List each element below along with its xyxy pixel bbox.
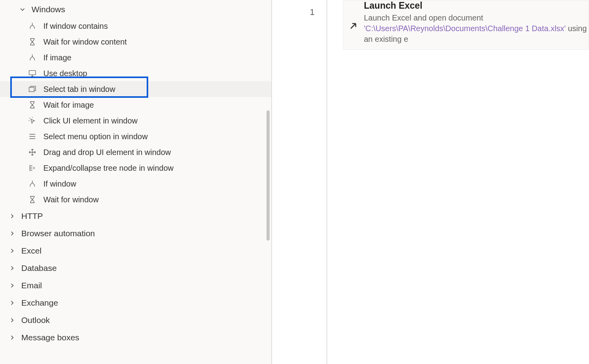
chevron-down-icon	[20, 7, 25, 12]
branch-icon	[28, 179, 37, 189]
category-message-boxes[interactable]: Message boxes	[0, 329, 271, 346]
category-database[interactable]: Database	[0, 259, 271, 277]
action-select-tab-in-window[interactable]: Select tab in window	[0, 81, 271, 97]
category-exchange[interactable]: Exchange	[0, 294, 271, 312]
category-browser-automation[interactable]: Browser automation	[0, 225, 271, 242]
category-email[interactable]: Email	[0, 277, 271, 294]
category-label: Windows	[32, 5, 65, 14]
tree-icon	[28, 163, 37, 173]
category-outlook[interactable]: Outlook	[0, 312, 271, 329]
chevron-right-icon	[9, 213, 15, 219]
launch-icon	[347, 0, 359, 45]
category-label: Email	[21, 281, 42, 290]
action-label: Select menu option in window	[43, 132, 148, 141]
svg-rect-0	[29, 71, 36, 75]
chevron-right-icon	[9, 283, 15, 288]
scrollbar-thumb[interactable]	[267, 110, 270, 241]
flow-designer: 1 Launch Excel Launch Excel and open doc…	[272, 0, 589, 364]
action-if-image[interactable]: If image	[0, 50, 271, 65]
category-label: Browser automation	[21, 229, 95, 238]
action-label: If image	[43, 53, 71, 62]
svg-rect-1	[29, 87, 34, 91]
chevron-right-icon	[9, 300, 15, 306]
action-wait-window-content[interactable]: Wait for window content	[0, 34, 271, 50]
action-use-desktop[interactable]: Use desktop	[0, 65, 271, 81]
hourglass-icon	[28, 37, 37, 47]
category-label: HTTP	[21, 211, 43, 221]
action-if-window[interactable]: If window	[0, 176, 271, 192]
action-wait-for-image[interactable]: Wait for image	[0, 97, 271, 113]
branch-icon	[28, 21, 37, 31]
chevron-right-icon	[9, 248, 15, 254]
step-title: Launch Excel	[364, 0, 589, 11]
action-label: If window contains	[43, 22, 108, 31]
desc-text: Launch Excel and open document	[364, 13, 483, 22]
action-label: If window	[43, 179, 76, 189]
category-excel[interactable]: Excel	[0, 242, 271, 259]
line-number: 1	[272, 7, 326, 17]
branch-icon	[28, 53, 37, 62]
chevron-right-icon	[9, 335, 15, 340]
category-label: Outlook	[21, 315, 50, 325]
click-icon	[28, 116, 37, 125]
action-label: Wait for window content	[43, 37, 127, 47]
action-label: Use desktop	[43, 69, 87, 78]
menu-icon	[28, 132, 37, 141]
chevron-right-icon	[9, 317, 15, 323]
actions-tree: Windows If window contains Wait for wind…	[0, 0, 271, 346]
tabs-icon	[28, 84, 37, 94]
action-wait-for-window[interactable]: Wait for window	[0, 192, 271, 207]
hourglass-icon	[28, 195, 37, 204]
action-label: Click UI element in window	[43, 116, 138, 125]
action-if-window-contains[interactable]: If window contains	[0, 18, 271, 34]
chevron-right-icon	[9, 265, 15, 271]
category-label: Exchange	[21, 298, 58, 308]
action-label: Select tab in window	[43, 85, 115, 94]
desktop-icon	[28, 69, 37, 78]
category-label: Message boxes	[21, 333, 79, 342]
flow-canvas[interactable]: Launch Excel Launch Excel and open docum…	[327, 0, 589, 364]
category-label: Excel	[21, 246, 41, 256]
action-label: Wait for window	[43, 195, 99, 204]
action-label: Expand/collapse tree node in window	[43, 164, 173, 173]
action-expand-collapse-tree[interactable]: Expand/collapse tree node in window	[0, 160, 271, 176]
action-drag-drop[interactable]: Drag and drop UI element in window	[0, 144, 271, 160]
action-select-menu-option[interactable]: Select menu option in window	[0, 129, 271, 144]
hourglass-icon	[28, 100, 37, 110]
flow-step-launch-excel[interactable]: Launch Excel Launch Excel and open docum…	[343, 0, 589, 50]
action-click-ui-element[interactable]: Click UI element in window	[0, 113, 271, 129]
action-label: Wait for image	[43, 101, 94, 110]
category-label: Database	[21, 263, 57, 273]
chevron-right-icon	[9, 231, 15, 236]
category-windows[interactable]: Windows	[0, 1, 271, 18]
step-body: Launch Excel Launch Excel and open docum…	[359, 0, 589, 45]
step-description: Launch Excel and open document 'C:\Users…	[364, 13, 589, 45]
action-label: Drag and drop UI element in window	[43, 148, 171, 157]
file-path-link[interactable]: 'C:\Users\PA\Reynolds\Documents\Challeng…	[364, 24, 566, 33]
drag-icon	[28, 147, 37, 157]
line-gutter: 1	[272, 0, 327, 364]
actions-panel: Windows If window contains Wait for wind…	[0, 0, 272, 364]
category-http[interactable]: HTTP	[0, 207, 271, 225]
